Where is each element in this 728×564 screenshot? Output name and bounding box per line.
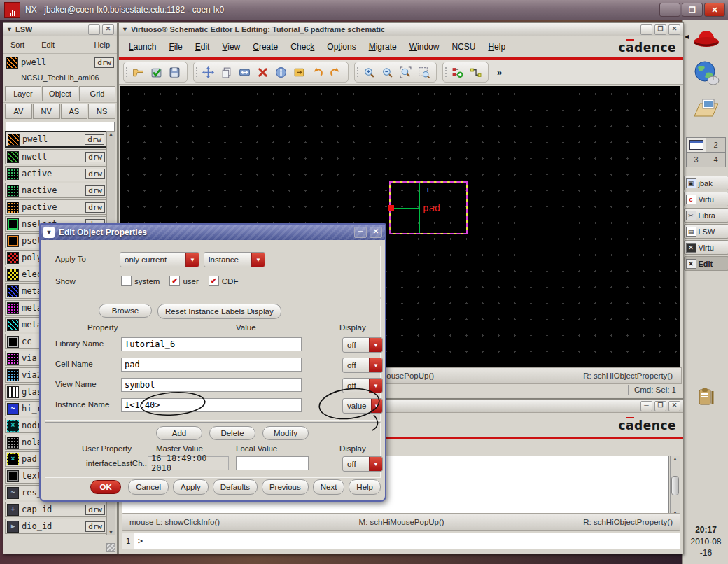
zoom-area-button[interactable] (415, 64, 432, 80)
apply-scope-dropdown[interactable]: only current▼ (120, 252, 200, 267)
layer-row-cap_id-drw[interactable]: +cap_iddrw (5, 502, 107, 517)
taskbar-item-edit-5[interactable]: ✕Edit (684, 256, 728, 271)
window-menu-icon[interactable]: ▼ (6, 26, 13, 33)
menu-check[interactable]: Check (290, 42, 314, 52)
property-value-input[interactable] (121, 378, 302, 392)
schematic-close-icon[interactable]: ✕ (668, 24, 680, 35)
workspace-4[interactable]: 4 (706, 153, 725, 167)
undo-button[interactable] (309, 64, 326, 80)
lsw-menu-sort[interactable]: Sort (10, 41, 24, 49)
open-button[interactable] (130, 64, 146, 80)
next-button[interactable]: Next (313, 479, 345, 495)
modify-button[interactable]: Modify (262, 426, 309, 440)
menu-create[interactable]: Create (253, 42, 278, 52)
taskbar-item-libra-2[interactable]: ✂Libra (684, 208, 728, 223)
dialog-close-icon[interactable]: ✕ (370, 227, 382, 238)
add-instance-button[interactable] (449, 64, 465, 80)
menu-launch[interactable]: Launch (129, 42, 156, 52)
toolbar-overflow-button[interactable]: » (494, 67, 505, 78)
layer-row-nwell-drw[interactable]: nwelldrw (5, 149, 107, 164)
menu-help[interactable]: Help (488, 42, 505, 52)
add-wire-button[interactable] (467, 64, 484, 80)
instance-pin[interactable] (388, 205, 394, 211)
ciw-maximize-icon[interactable]: ❐ (654, 401, 666, 411)
zoom-out-button[interactable] (379, 64, 396, 80)
info-button[interactable] (272, 64, 289, 80)
pad-instance[interactable]: pad + (389, 181, 468, 234)
web-browser-launcher-icon[interactable] (692, 60, 720, 88)
lsw-tab-layer[interactable]: Layer (5, 86, 41, 101)
user-display-dropdown[interactable]: off▼ (342, 456, 383, 472)
display-dropdown[interactable]: off▼ (342, 378, 383, 393)
property-value-input[interactable] (121, 358, 302, 372)
show-cdf-checkbox[interactable]: ✔CDF (209, 276, 239, 286)
menu-window[interactable]: Window (410, 42, 440, 52)
screenshot-launcher-icon[interactable] (692, 95, 721, 122)
window-menu-icon[interactable]: ▼ (122, 26, 128, 33)
layer-row-active-drw[interactable]: activedrw (5, 166, 107, 181)
display-dropdown[interactable]: value▼ (342, 398, 383, 414)
menu-edit[interactable]: Edit (195, 42, 210, 52)
layer-row-pwell-drw[interactable]: pwelldrw (5, 131, 107, 148)
ciw-close-icon[interactable]: ✕ (668, 401, 680, 411)
display-dropdown[interactable]: off▼ (342, 358, 383, 373)
browse-button[interactable]: Browse (99, 304, 152, 318)
property-value-input[interactable] (121, 398, 302, 412)
command-input[interactable]: > (134, 533, 680, 549)
property-value-input[interactable] (121, 337, 302, 351)
lsw-close-icon[interactable]: ✕ (102, 24, 114, 35)
zoom-fit-button[interactable] (397, 64, 414, 80)
window-menu-icon[interactable]: ▼ (43, 227, 55, 238)
lsw-vis-as-button[interactable]: AS (61, 104, 88, 119)
delete-button[interactable]: Delete (209, 426, 255, 440)
menu-file[interactable]: File (169, 42, 182, 52)
move-button[interactable] (200, 64, 216, 80)
layer-row-nactive-drw[interactable]: nactivedrw (5, 183, 107, 198)
lsw-vis-ns-button[interactable]: NS (88, 104, 115, 119)
workspace-2[interactable]: 2 (706, 138, 725, 152)
taskbar-item-lsw-3[interactable]: ▤LSW (684, 224, 728, 239)
minimize-icon[interactable]: ─ (659, 3, 680, 17)
property-button[interactable] (290, 64, 307, 80)
lsw-current-layer[interactable]: pwell drw (4, 54, 117, 71)
ok-button[interactable]: OK (90, 480, 121, 494)
reset-instance-labels-button[interactable]: Reset Instance Labels Display (158, 304, 281, 319)
layer-row-dio_id-drw[interactable]: ▸dio_iddrw (5, 519, 107, 534)
clipboard-icon[interactable] (696, 387, 717, 408)
previous-button[interactable]: Previous (262, 479, 309, 495)
check-save-button[interactable] (148, 64, 164, 80)
menu-options[interactable]: Options (327, 42, 356, 52)
schematic-minimize-icon[interactable]: ─ (640, 24, 652, 35)
redo-button[interactable] (327, 64, 344, 80)
ciw-vertical-scrollbar[interactable]: ▲▼ (670, 456, 680, 516)
ciw-minimize-icon[interactable]: ─ (640, 401, 652, 411)
schematic-maximize-icon[interactable]: ❐ (654, 24, 666, 35)
taskbar-item-jbak-0[interactable]: ▣jbak (684, 176, 728, 190)
dialog-minimize-icon[interactable]: ─ (354, 227, 367, 238)
local-value-input[interactable] (236, 456, 309, 470)
lsw-resize-grip[interactable] (106, 543, 115, 552)
lsw-vis-nv-button[interactable]: NV (33, 104, 60, 119)
apply-type-dropdown[interactable]: instance▼ (204, 252, 265, 267)
menu-view[interactable]: View (222, 42, 240, 52)
schematic-titlebar[interactable]: ▼ Virtuoso® Schematic Editor L Editing: … (119, 23, 683, 36)
copy-button[interactable] (218, 64, 234, 80)
dialog-titlebar[interactable]: ▼ Edit Object Properties ─ ✕ (41, 225, 385, 240)
menu-ncsu[interactable]: NCSU (451, 42, 475, 52)
add-button[interactable]: Add (156, 426, 202, 440)
save-button[interactable] (166, 64, 183, 80)
lsw-titlebar[interactable]: ▼ LSW ─ ✕ (4, 23, 117, 36)
zoom-in-button[interactable] (360, 64, 377, 80)
stretch-button[interactable] (236, 64, 253, 80)
lsw-tab-grid[interactable]: Grid (79, 86, 115, 101)
redhat-launcher-icon[interactable] (691, 27, 722, 53)
display-dropdown[interactable]: off▼ (342, 337, 383, 353)
workspace-1[interactable] (687, 138, 706, 152)
taskbar-item-virtu-4[interactable]: ✕Virtu (684, 240, 728, 255)
lsw-vis-av-button[interactable]: AV (5, 104, 32, 119)
delete-button[interactable] (254, 64, 271, 80)
sidebar-collapse-icon[interactable]: ◀ (685, 34, 689, 40)
lsw-menu-edit[interactable]: Edit (41, 41, 55, 49)
cancel-button[interactable]: Cancel (128, 479, 169, 495)
apply-button[interactable]: Apply (173, 479, 209, 495)
